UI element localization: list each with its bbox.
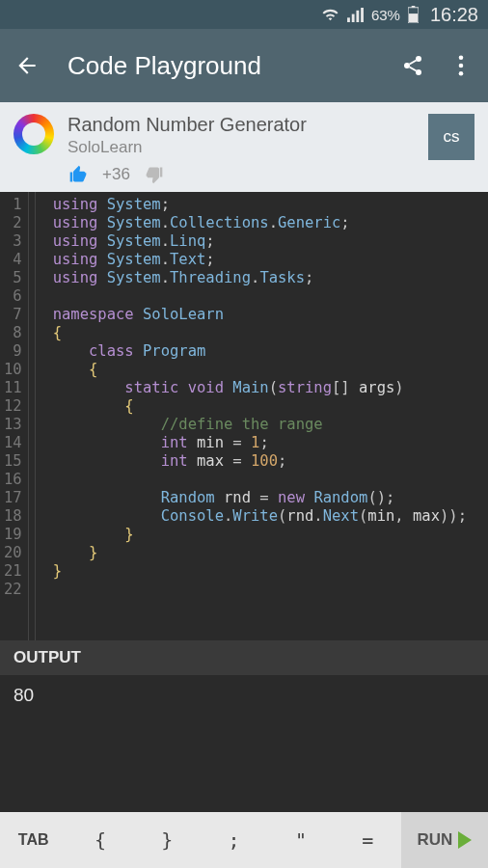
line-gutter: 12345678910111213141516171819202122 — [0, 192, 29, 640]
play-icon — [458, 831, 472, 849]
project-author[interactable]: SoloLearn — [68, 138, 415, 157]
svg-point-11 — [459, 64, 464, 68]
key-right-brace[interactable]: } — [134, 812, 201, 868]
author-logo[interactable] — [14, 114, 54, 154]
status-time: 16:28 — [430, 4, 478, 26]
downvote-icon[interactable] — [144, 165, 165, 184]
keyboard-shortcut-bar: TAB { } ; " = RUN — [0, 812, 488, 868]
svg-point-8 — [404, 63, 410, 68]
svg-rect-2 — [356, 10, 359, 21]
svg-rect-6 — [409, 14, 418, 22]
run-label: RUN — [418, 830, 453, 850]
status-bar: 63% 16:28 — [0, 0, 488, 29]
key-equals[interactable]: = — [335, 812, 401, 868]
project-info-bar: Random Number Generator SoloLearn +36 cs — [0, 102, 488, 192]
page-title: Code Playground — [68, 51, 372, 81]
upvote-icon[interactable] — [68, 165, 89, 184]
svg-rect-1 — [352, 14, 355, 21]
vote-count: +36 — [102, 165, 130, 184]
svg-rect-0 — [347, 17, 350, 22]
overflow-menu-icon[interactable] — [447, 52, 474, 79]
battery-icon — [408, 6, 419, 23]
language-badge[interactable]: cs — [428, 114, 474, 160]
wifi-icon — [321, 8, 339, 22]
output-header: OUTPUT — [0, 640, 488, 675]
key-left-brace[interactable]: { — [67, 812, 133, 868]
run-button[interactable]: RUN — [401, 812, 488, 868]
app-bar: Code Playground — [0, 29, 488, 102]
share-icon[interactable] — [399, 52, 426, 79]
back-arrow-icon[interactable] — [14, 52, 41, 79]
svg-point-12 — [459, 71, 464, 76]
battery-percent: 63% — [371, 7, 400, 23]
key-semicolon[interactable]: ; — [201, 812, 267, 868]
project-name: Random Number Generator — [68, 114, 415, 136]
output-body: 80 — [0, 675, 488, 812]
svg-rect-3 — [361, 8, 364, 22]
code-editor[interactable]: 12345678910111213141516171819202122 usin… — [0, 192, 488, 640]
svg-point-10 — [459, 55, 464, 60]
key-quote[interactable]: " — [267, 812, 334, 868]
code-area[interactable]: using System; using System.Collections.G… — [35, 192, 467, 640]
key-tab[interactable]: TAB — [0, 812, 67, 868]
signal-icon — [347, 8, 364, 22]
